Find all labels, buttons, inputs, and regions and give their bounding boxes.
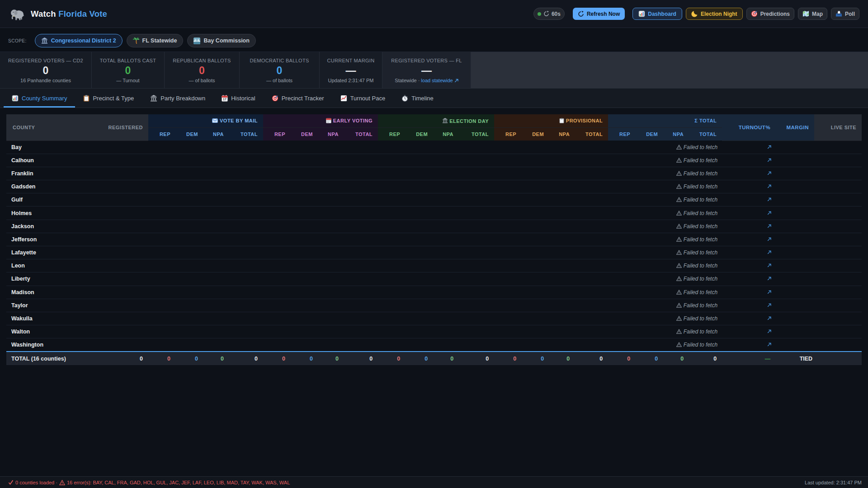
svg-text:17: 17	[223, 98, 226, 101]
